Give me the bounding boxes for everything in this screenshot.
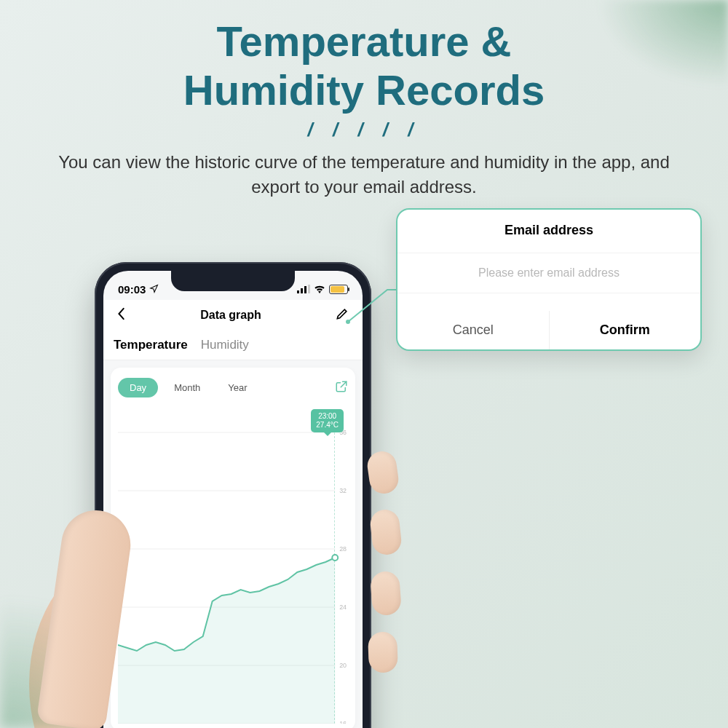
svg-text:28: 28 bbox=[339, 545, 347, 553]
range-month[interactable]: Month bbox=[162, 378, 212, 397]
app-header: Data graph bbox=[103, 300, 363, 332]
tab-humidity[interactable]: Humidity bbox=[201, 338, 249, 352]
cancel-button[interactable]: Cancel bbox=[397, 311, 550, 349]
phone-notch bbox=[171, 271, 295, 291]
svg-point-17 bbox=[346, 320, 350, 324]
chart-tooltip: 23:00 27.4°C bbox=[311, 409, 344, 432]
svg-rect-0 bbox=[297, 290, 299, 293]
location-icon bbox=[149, 283, 159, 296]
confirm-button[interactable]: Confirm bbox=[550, 311, 701, 349]
tab-temperature[interactable]: Temperature bbox=[114, 338, 188, 352]
svg-text:20: 20 bbox=[339, 662, 347, 669]
hero-subtitle: You can view the historic curve of the t… bbox=[44, 150, 684, 199]
hand-finger bbox=[368, 631, 398, 673]
phone-frame: 09:03 Data graph bbox=[95, 262, 371, 728]
svg-rect-3 bbox=[308, 285, 310, 293]
svg-rect-1 bbox=[301, 288, 303, 293]
temperature-chart[interactable]: 23:00 27.4°C 162024283236 bbox=[118, 411, 348, 724]
tooltip-value: 27.4°C bbox=[316, 421, 339, 430]
page-title: Data graph bbox=[200, 309, 261, 322]
svg-text:32: 32 bbox=[339, 487, 347, 494]
hero-slashes: / / / / / bbox=[0, 119, 728, 141]
svg-rect-2 bbox=[304, 286, 306, 293]
svg-text:16: 16 bbox=[339, 720, 347, 724]
wifi-icon bbox=[314, 283, 325, 296]
export-button[interactable] bbox=[335, 380, 348, 396]
decorative-leaf-top-right bbox=[597, 0, 728, 87]
svg-point-16 bbox=[332, 555, 338, 561]
email-export-dialog: Email address Please enter email address… bbox=[396, 208, 702, 351]
signal-icon bbox=[297, 283, 310, 296]
hand-finger bbox=[370, 571, 402, 617]
range-selector: Day Month Year bbox=[118, 378, 259, 397]
phone-screen: 09:03 Data graph bbox=[103, 271, 363, 728]
range-day[interactable]: Day bbox=[118, 378, 158, 397]
metric-tabs: Temperature Humidity bbox=[103, 332, 363, 360]
email-input[interactable]: Please enter email address bbox=[397, 253, 700, 293]
back-button[interactable] bbox=[116, 306, 127, 325]
tooltip-time: 23:00 bbox=[316, 412, 339, 421]
chart-card: Day Month Year 23:00 27.4°C 162024283236 bbox=[111, 368, 355, 728]
status-time: 09:03 bbox=[118, 283, 146, 296]
hand-finger bbox=[369, 508, 403, 556]
range-year[interactable]: Year bbox=[216, 378, 258, 397]
dialog-title: Email address bbox=[397, 210, 700, 253]
svg-text:24: 24 bbox=[339, 604, 347, 611]
